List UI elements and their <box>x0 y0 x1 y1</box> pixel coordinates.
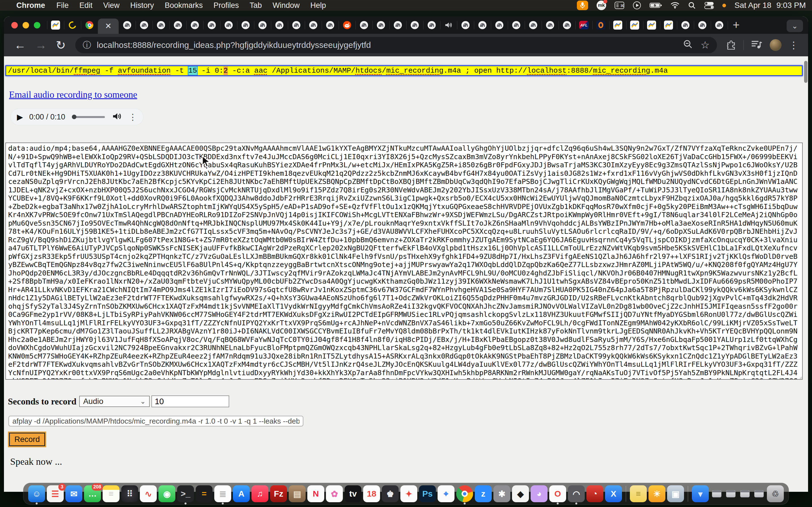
page-scrollbar-thumb[interactable] <box>804 61 808 83</box>
browser-tab-mamp[interactable] <box>694 16 711 34</box>
dock-item-filezilla[interactable]: Fz <box>270 485 287 502</box>
dock-item-trash[interactable]: ♲ <box>767 485 784 502</box>
profile-avatar[interactable] <box>770 39 781 51</box>
browser-tab-mamp[interactable] <box>406 16 423 34</box>
dock-item-chrome[interactable] <box>456 485 473 502</box>
minimized-window[interactable] <box>740 490 750 497</box>
afplay-command-input[interactable] <box>8 416 303 427</box>
screen-recording-indicator[interactable] <box>722 4 726 7</box>
dock-item-mail[interactable]: ✉ <box>65 485 82 502</box>
close-tab-icon[interactable]: ✕ <box>105 22 111 30</box>
keyboard-switcher-icon[interactable]: ⌘ <box>615 2 624 9</box>
browser-tab-mamp[interactable] <box>119 16 136 34</box>
menu-item-chrome[interactable]: Chrome <box>16 1 45 10</box>
reload-button[interactable]: ↻ <box>56 38 66 52</box>
dock-item-calculator[interactable]: = <box>196 485 213 502</box>
address-bar[interactable]: ⓘ localhost:8888/recording_ideas.php?hgf… <box>75 37 717 53</box>
browser-tab-mamp[interactable] <box>288 16 305 34</box>
dock-item-game-cat[interactable]: ◕ <box>530 485 548 502</box>
zoom-out-page-icon[interactable] <box>683 40 693 51</box>
microphone-in-use-icon[interactable] <box>577 1 588 10</box>
menu-item-bookmarks[interactable]: Bookmarks <box>165 1 203 10</box>
browser-tab-mamp[interactable] <box>508 16 525 34</box>
player-seek-bar[interactable] <box>72 116 105 118</box>
dock-item-messages[interactable]: …208 <box>84 485 101 502</box>
browser-tab-chart[interactable] <box>643 16 660 34</box>
browser-tab-mamp[interactable] <box>677 16 694 34</box>
chrome-menu-icon[interactable]: ⋮ <box>789 40 799 51</box>
volume-icon[interactable] <box>112 112 122 122</box>
browser-tab-mamp[interactable] <box>136 16 153 34</box>
bookmark-star-icon[interactable]: ☆ <box>701 39 710 51</box>
now-playing-icon[interactable] <box>633 1 641 10</box>
menu-item-help[interactable]: Help <box>310 1 326 10</box>
dock-item-mamp-elephant[interactable]: ◠ <box>568 485 585 502</box>
browser-tab-speaker[interactable] <box>440 16 457 34</box>
menu-bar-clock[interactable]: Sat Apr 18 9:03 PM <box>734 1 806 10</box>
minimized-window[interactable] <box>726 490 735 497</box>
browser-tab-mamp[interactable] <box>254 16 271 34</box>
dock-item-pinwheel[interactable]: ✦ <box>400 485 417 502</box>
base64-audio-textarea[interactable] <box>5 143 803 380</box>
dock-item-calendar[interactable]: 18 <box>363 485 380 502</box>
browser-tab-chart[interactable] <box>626 16 643 34</box>
menu-item-window[interactable]: Window <box>273 1 300 10</box>
dock-item-stickies[interactable]: ≡ <box>630 485 647 502</box>
browser-tab-mamp[interactable] <box>305 16 322 34</box>
browser-tab-mamp[interactable] <box>389 16 406 34</box>
minimize-window-button[interactable] <box>22 22 29 29</box>
dock-item-netshred[interactable]: ◔ <box>587 485 603 502</box>
active-tab[interactable]: ✕ <box>98 18 119 34</box>
browser-tab-mamp[interactable] <box>542 16 559 34</box>
browser-tab-mamp[interactable] <box>711 16 728 34</box>
dock-item-screenshot[interactable]: ▣ <box>667 485 684 502</box>
browser-tab-spinner[interactable] <box>64 16 81 34</box>
mk-app-status-icon[interactable]: mk <box>597 1 606 10</box>
audio-player[interactable]: ▶ 0:00 / 0:10 ⋮ <box>11 109 143 125</box>
browser-tab-mamp[interactable] <box>372 16 389 34</box>
dock-item-app-store[interactable]: A <box>233 485 250 502</box>
dock-item-lightbulb[interactable]: ☀ <box>649 485 665 502</box>
media-controls-icon[interactable] <box>751 40 762 50</box>
site-info-icon[interactable]: ⓘ <box>83 40 91 51</box>
dock-item-books[interactable]: ▤ <box>289 485 306 502</box>
url-text[interactable]: localhost:8888/recording_ideas.php?hgfjg… <box>97 40 677 50</box>
forward-button[interactable]: → <box>35 38 47 52</box>
menu-item-tab[interactable]: Tab <box>250 1 262 10</box>
dock-item-textedit[interactable]: ≣ <box>214 485 231 502</box>
dock-item-downloads-folder[interactable]: ▾ <box>692 485 709 502</box>
tab-audio-speaker-icon[interactable] <box>444 20 453 30</box>
browser-tab-mamp[interactable] <box>474 16 491 34</box>
browser-tab-mamp[interactable] <box>237 16 254 34</box>
browser-tab-mamp[interactable] <box>356 16 372 34</box>
play-button[interactable]: ▶ <box>17 112 23 122</box>
dock-item-inkscape[interactable]: ◆ <box>512 485 529 502</box>
browser-tab-mamp[interactable] <box>220 16 237 34</box>
dock-item-news[interactable]: N <box>307 485 324 502</box>
browser-tab-mamp[interactable] <box>322 16 339 34</box>
dock-item-opera[interactable]: O <box>549 485 566 502</box>
dock-item-finder[interactable]: ☺ <box>28 485 45 502</box>
browser-tab-mamp[interactable] <box>525 16 542 34</box>
browser-tab-reddit[interactable] <box>339 16 356 34</box>
new-tab-button[interactable]: + <box>728 16 745 34</box>
dock-item-terminal[interactable]: >_ <box>177 485 194 502</box>
dock-item-settings[interactable]: ✱ <box>493 485 510 502</box>
dock-item-zoom[interactable]: z <box>475 485 492 502</box>
dock-item-safari[interactable]: ⌖ <box>438 485 455 502</box>
dock-item-facetime[interactable]: ◉ <box>158 485 175 502</box>
seconds-input[interactable] <box>151 395 229 407</box>
dock-item-music[interactable]: ♫ <box>252 485 268 502</box>
close-window-button[interactable] <box>11 22 18 29</box>
menu-item-history[interactable]: History <box>130 1 154 10</box>
record-button[interactable]: Record <box>9 433 45 446</box>
media-type-select[interactable]: Audio ⌄ <box>79 396 150 407</box>
wifi-icon[interactable] <box>670 2 679 9</box>
menu-item-file[interactable]: File <box>56 1 69 10</box>
browser-tab-chart[interactable] <box>609 16 626 34</box>
dock-item-chess[interactable]: ♚ <box>382 485 399 502</box>
browser-tab-mamp[interactable] <box>491 16 508 34</box>
dock-item-xcode[interactable]: X <box>605 485 622 502</box>
browser-tab-mamp[interactable] <box>153 16 169 34</box>
browser-tab-chrome[interactable] <box>81 16 98 34</box>
